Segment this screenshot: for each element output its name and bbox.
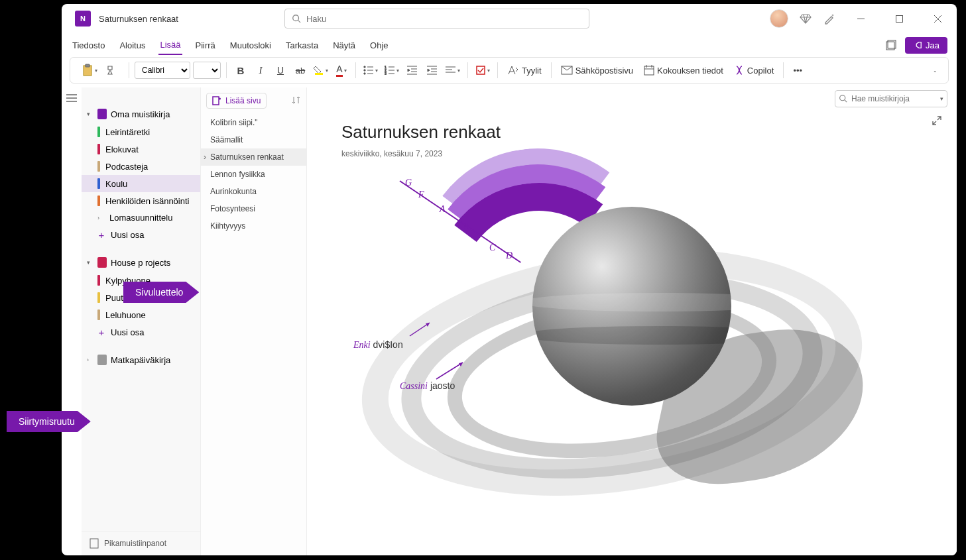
ribbon-collapse-button[interactable]: ⌄	[926, 61, 943, 80]
section-color-icon	[97, 161, 100, 172]
notebook-search[interactable]: ▾	[835, 90, 947, 107]
font-family-select[interactable]: Calibri	[135, 62, 190, 79]
tab-view[interactable]: Näytä	[332, 36, 357, 54]
section-label: Henkilöiden isännöinti	[105, 196, 189, 206]
share-button[interactable]: Jaa	[905, 37, 947, 54]
bold-button[interactable]: B	[232, 61, 249, 80]
section-item-school[interactable]: Koulu	[82, 175, 200, 192]
notebook-search-input[interactable]	[835, 90, 947, 107]
section-group-item[interactable]: ›Lomasuunnittelu	[82, 209, 200, 226]
tag-button[interactable]: ▾	[473, 61, 492, 80]
saturn-planet	[532, 207, 731, 406]
strikethrough-button[interactable]: ab	[292, 61, 309, 80]
meeting-details-button[interactable]: Kokouksen tiedot	[640, 65, 727, 76]
document-title: Saturnuksen renkaat	[99, 14, 178, 24]
tab-file[interactable]: Tiedosto	[71, 36, 106, 54]
add-page-button[interactable]: Lisää sivu	[206, 93, 267, 109]
expand-button[interactable]	[932, 115, 942, 129]
maximize-button[interactable]	[885, 9, 913, 28]
copilot-icon	[734, 65, 745, 76]
quick-notes-label: Pikamuistiinpanot	[104, 539, 166, 548]
page-item[interactable]: Säämallit	[201, 131, 306, 148]
user-avatar[interactable]	[770, 9, 788, 28]
align-button[interactable]: ▾	[444, 61, 462, 80]
minimize-button[interactable]	[847, 9, 875, 28]
quick-notes-button[interactable]: Pikamuistiinpanot	[82, 531, 200, 555]
section-item[interactable]: Leirintäretki	[82, 123, 200, 140]
svg-rect-43	[90, 539, 98, 548]
page-item[interactable]: Kiihtyvyys	[201, 217, 306, 235]
chevron-right-icon: ›	[87, 357, 93, 363]
font-size-select[interactable]: 11	[193, 62, 221, 79]
chevron-down-icon[interactable]: ▾	[940, 95, 943, 102]
page-item-saturn[interactable]: Saturnuksen renkaat	[201, 148, 306, 166]
app-body: ▾ Oma muistikirja Leirintäretki Elokuvat…	[62, 87, 957, 555]
email-page-button[interactable]: Sähköpostisivu	[557, 66, 637, 76]
saturn-illustration: G F A B C D Enki dvi$Ion Cassini jaosto	[340, 174, 871, 545]
highlight-button[interactable]: ▾	[312, 61, 330, 80]
section-label: Leirintäretki	[105, 127, 150, 137]
svg-line-1	[298, 21, 301, 23]
notebook-header-house[interactable]: ▾ House p rojects	[82, 253, 200, 272]
paste-button[interactable]: ▾	[80, 61, 99, 80]
section-item[interactable]: Leluhuone	[82, 306, 200, 323]
diamond-icon[interactable]	[799, 12, 812, 25]
svg-rect-36	[644, 66, 654, 75]
notebook-name: Matkapäiväkirja	[111, 355, 170, 365]
search-input[interactable]	[306, 14, 582, 24]
tab-draw[interactable]: Piirrä	[194, 36, 217, 54]
annotation-cassini: Cassini jaosto	[400, 380, 455, 392]
outdent-button[interactable]	[404, 61, 421, 80]
page-canvas[interactable]: ▾ Saturnuksen renkaat keskiviikko, kesäk…	[307, 87, 957, 555]
svg-point-45	[840, 95, 845, 101]
notebook-icon	[97, 109, 107, 119]
more-options-button[interactable]: •••	[789, 61, 806, 80]
notebook-header-travel[interactable]: › Matkapäiväkirja	[82, 351, 200, 369]
underline-button[interactable]: U	[272, 61, 289, 80]
indent-button[interactable]	[424, 61, 441, 80]
styles-button[interactable]: Tyylit	[503, 65, 546, 76]
svg-point-13	[364, 70, 365, 71]
share-label: Jaa	[926, 40, 939, 50]
callout-navigation-pane: Siirtymisruutu	[7, 411, 91, 432]
page-item[interactable]: Kolibrin siipi."	[201, 114, 306, 131]
search-box[interactable]	[284, 9, 589, 28]
sort-pages-button[interactable]	[292, 95, 301, 107]
section-label: Koulu	[105, 179, 127, 189]
format-painter-button[interactable]	[102, 61, 119, 80]
new-section-button[interactable]: +Uusi osa	[82, 323, 200, 341]
pen-sparkle-icon[interactable]	[823, 12, 836, 25]
font-color-button[interactable]: A▾	[333, 61, 350, 80]
section-label: Uusi osa	[111, 230, 145, 240]
section-item[interactable]: Elokuvat	[82, 140, 200, 158]
meeting-label: Kokouksen tiedot	[657, 66, 723, 76]
page-item[interactable]: Fotosynteesi	[201, 200, 306, 217]
number-list-button[interactable]: 123▾	[383, 61, 401, 80]
tab-insert[interactable]: Lisää	[158, 36, 182, 55]
new-section-button[interactable]: +Uusi osa	[82, 226, 200, 244]
tab-review[interactable]: Tarkasta	[284, 36, 320, 54]
page-item[interactable]: Aurinkokunta	[201, 183, 306, 200]
annotation-encke: Enki dvi$Ion	[353, 339, 403, 351]
add-page-icon	[212, 96, 221, 105]
italic-button[interactable]: I	[252, 61, 269, 80]
tab-home[interactable]: Aloitus	[118, 36, 147, 54]
tab-history[interactable]: Muutosloki	[229, 36, 272, 54]
section-item[interactable]: Podcasteja	[82, 158, 200, 175]
open-window-icon[interactable]	[884, 38, 898, 52]
section-item[interactable]: Henkilöiden isännöinti	[82, 192, 200, 209]
section-label: Elokuvat	[105, 144, 139, 154]
menu-tabs: Tiedosto Aloitus Lisää Piirrä Muutosloki…	[62, 33, 957, 57]
calendar-icon	[644, 65, 654, 76]
page-item[interactable]: Lennon fysiikka	[201, 166, 306, 183]
page-icon	[90, 538, 99, 549]
bullet-list-button[interactable]: ▾	[361, 61, 380, 80]
notebook-header-my[interactable]: ▾ Oma muistikirja	[82, 105, 200, 123]
hamburger-menu-icon[interactable]	[66, 93, 77, 555]
close-button[interactable]	[924, 9, 951, 28]
chevron-down-icon: ▾	[87, 259, 93, 266]
search-icon	[839, 94, 847, 103]
tab-help[interactable]: Ohje	[369, 36, 389, 54]
section-label: Lomasuunnittelu	[109, 213, 172, 223]
copilot-button[interactable]: Copilot	[730, 65, 778, 76]
